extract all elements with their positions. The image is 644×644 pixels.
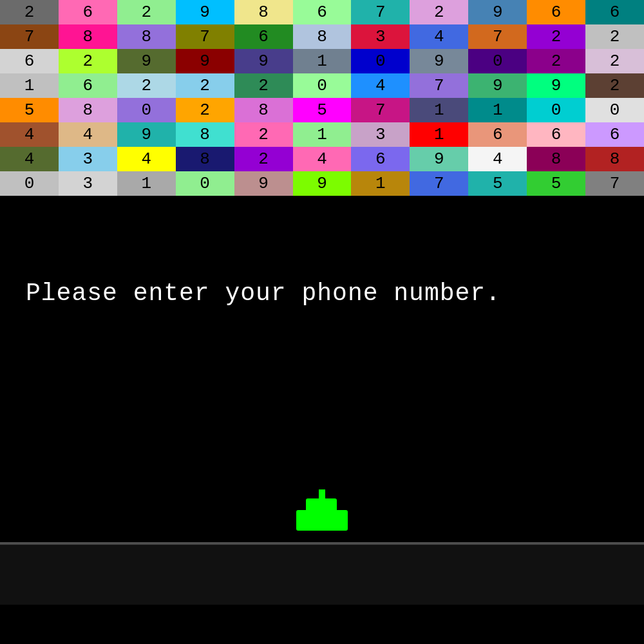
grid-cell: 5 <box>468 171 527 196</box>
grid-cell: 4 <box>410 24 468 49</box>
grid-cell: 6 <box>527 0 585 24</box>
grid-cell: 9 <box>176 0 234 24</box>
grid-cell: 0 <box>527 98 585 122</box>
input-section[interactable] <box>0 544 644 605</box>
grid-cell: 8 <box>117 24 176 49</box>
tank-body <box>296 510 348 531</box>
grid-cell: 8 <box>585 147 644 171</box>
grid-cell: 2 <box>410 0 468 24</box>
grid-cell: 8 <box>176 147 234 171</box>
grid-cell: 2 <box>176 98 234 122</box>
tank <box>293 495 351 531</box>
grid-cell: 2 <box>585 24 644 49</box>
grid-cell: 5 <box>527 171 585 196</box>
grid-cell: 6 <box>293 0 352 24</box>
grid-cell: 3 <box>59 147 117 171</box>
grid-cell: 0 <box>585 98 644 122</box>
grid-cell: 9 <box>293 171 352 196</box>
grid-cell: 7 <box>585 171 644 196</box>
grid-cell: 6 <box>59 73 117 98</box>
grid-cell: 7 <box>351 0 410 24</box>
grid-cell: 3 <box>351 24 410 49</box>
grid-cell: 2 <box>527 49 585 73</box>
grid-cell: 9 <box>117 49 176 73</box>
grid-cell: 0 <box>0 171 59 196</box>
grid-cell: 7 <box>410 171 468 196</box>
grid-cell: 3 <box>351 122 410 147</box>
grid-cell: 7 <box>468 24 527 49</box>
tank-turret-base <box>306 498 337 511</box>
grid-cell: 8 <box>59 98 117 122</box>
grid-cell: 4 <box>351 73 410 98</box>
grid-cell: 3 <box>59 171 117 196</box>
grid-cell: 2 <box>117 73 176 98</box>
grid-cell: 0 <box>351 49 410 73</box>
grid-cell: 9 <box>117 122 176 147</box>
grid-cell: 9 <box>410 49 468 73</box>
grid-cell: 9 <box>176 49 234 73</box>
ground-line <box>0 542 644 544</box>
color-grid: 2629867296678876834722629991090221622204… <box>0 0 644 196</box>
grid-cell: 6 <box>59 0 117 24</box>
grid-cell: 9 <box>410 147 468 171</box>
grid-cell: 9 <box>468 73 527 98</box>
grid-cell: 6 <box>351 147 410 171</box>
grid-cell: 6 <box>0 49 59 73</box>
grid-cell: 7 <box>410 73 468 98</box>
grid-cell: 2 <box>234 122 293 147</box>
grid-cell: 1 <box>0 73 59 98</box>
grid-cell: 8 <box>293 24 352 49</box>
grid-cell: 0 <box>176 171 234 196</box>
grid-cell: 1 <box>410 122 468 147</box>
grid-cell: 9 <box>234 171 293 196</box>
grid-cell: 6 <box>234 24 293 49</box>
grid-cell: 1 <box>410 98 468 122</box>
grid-cell: 1 <box>117 171 176 196</box>
grid-cell: 2 <box>59 49 117 73</box>
grid-cell: 7 <box>351 98 410 122</box>
grid-cell: 6 <box>585 122 644 147</box>
grid-cell: 4 <box>468 147 527 171</box>
grid-cell: 0 <box>468 49 527 73</box>
grid-cell: 1 <box>351 171 410 196</box>
grid-cell: 4 <box>59 122 117 147</box>
grid-cell: 4 <box>293 147 352 171</box>
grid-cell: 2 <box>585 73 644 98</box>
tank-container <box>0 495 644 531</box>
grid-cell: 7 <box>0 24 59 49</box>
grid-cell: 9 <box>468 0 527 24</box>
grid-cell: 4 <box>0 122 59 147</box>
phone-input[interactable] <box>6 556 638 594</box>
grid-cell: 4 <box>0 147 59 171</box>
grid-cell: 1 <box>293 49 352 73</box>
grid-cell: 0 <box>117 98 176 122</box>
grid-cell: 4 <box>117 147 176 171</box>
grid-cell: 6 <box>527 122 585 147</box>
grid-cell: 2 <box>234 73 293 98</box>
grid-cell: 8 <box>59 24 117 49</box>
prompt-text: Please enter your phone number. <box>0 279 644 307</box>
grid-cell: 2 <box>234 147 293 171</box>
grid-cell: 2 <box>117 0 176 24</box>
grid-cell: 8 <box>527 147 585 171</box>
grid-cell: 0 <box>293 73 352 98</box>
grid-cell: 2 <box>0 0 59 24</box>
grid-cell: 8 <box>234 0 293 24</box>
grid-cell: 2 <box>527 24 585 49</box>
grid-cell: 2 <box>176 73 234 98</box>
grid-cell: 6 <box>585 0 644 24</box>
grid-cell: 5 <box>293 98 352 122</box>
grid-cell: 5 <box>0 98 59 122</box>
middle-section: Please enter your phone number. <box>0 196 644 544</box>
grid-cell: 7 <box>176 24 234 49</box>
grid-cell: 8 <box>234 98 293 122</box>
grid-cell: 9 <box>234 49 293 73</box>
grid-cell: 1 <box>468 98 527 122</box>
grid-cell: 9 <box>527 73 585 98</box>
grid-cell: 2 <box>585 49 644 73</box>
grid-cell: 8 <box>176 122 234 147</box>
grid-cell: 1 <box>293 122 352 147</box>
grid-cell: 6 <box>468 122 527 147</box>
